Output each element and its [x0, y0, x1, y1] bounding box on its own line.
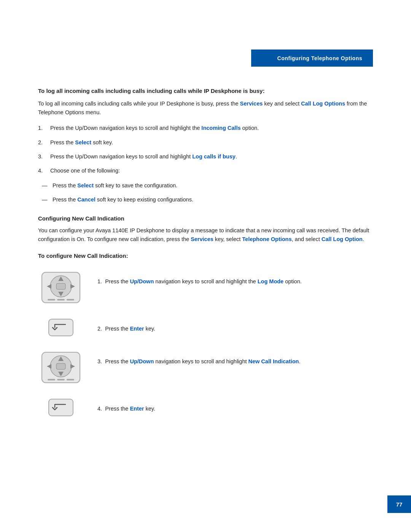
- device-img-3: [38, 350, 84, 385]
- step-4: 4. Choose one of the following:: [38, 166, 373, 175]
- dash-item-2: — Press the Cancel soft key to keep exis…: [42, 195, 373, 204]
- is2-text: Press the Enter key.: [105, 326, 155, 332]
- s2-body-mid: key, select: [213, 236, 242, 242]
- step-2-text: Press the Select soft key.: [50, 138, 373, 147]
- s2-body-link3: Call Log Option: [322, 236, 363, 242]
- svg-rect-8: [57, 299, 65, 300]
- device-img-4: [38, 398, 84, 417]
- step-4-num: 4.: [38, 166, 46, 175]
- svg-rect-20: [67, 379, 74, 380]
- step-3-link: Log calls if busy: [192, 153, 236, 160]
- s2-body-after: .: [363, 236, 364, 242]
- main-content: To log all incoming calls including call…: [38, 88, 373, 417]
- section1-heading-text: To log all incoming calls including call…: [38, 88, 264, 94]
- is1-link2: Log Mode: [258, 278, 284, 284]
- step-1-text: Press the Up/Down navigation keys to scr…: [50, 124, 373, 133]
- s2-body-link2: Telephone Options: [242, 236, 292, 242]
- section2-body: You can configure your Avaya 1140E IP De…: [38, 226, 373, 244]
- is1-num: 1.: [97, 278, 102, 284]
- is3-text: Press the Up/Down navigation keys to scr…: [105, 358, 300, 364]
- dash-item-1: — Press the Select soft key to save the …: [42, 181, 373, 190]
- section2-heading: Configuring New Call Indication: [38, 215, 373, 222]
- page-container: Configuring Telephone Options To log all…: [0, 0, 411, 532]
- img-step-row-1: 1. Press the Up/Down navigation keys to …: [38, 270, 373, 305]
- is3-link1: Up/Down: [130, 358, 154, 364]
- step-1: 1. Press the Up/Down navigation keys to …: [38, 124, 373, 133]
- img-step-text-4: 4. Press the Enter key.: [97, 398, 155, 414]
- img-step-text-3: 3. Press the Up/Down navigation keys to …: [97, 350, 301, 366]
- step-2-num: 2.: [38, 138, 46, 147]
- page-number: 77: [396, 501, 403, 508]
- dash-2-symbol: —: [42, 195, 49, 204]
- svg-rect-2: [56, 283, 65, 289]
- dash-2-text: Press the Cancel soft key to keep existi…: [53, 195, 193, 204]
- img-step-row-2: 2. Press the Enter key.: [38, 318, 373, 337]
- svg-rect-19: [57, 379, 65, 380]
- device-img-2: [38, 318, 84, 337]
- navpad-svg-2: [40, 350, 82, 385]
- step-4-text: Choose one of the following:: [50, 166, 373, 175]
- step-2: 2. Press the Select soft key.: [38, 138, 373, 147]
- device-img-1: [38, 270, 84, 305]
- s2-body-mid2: , and select: [292, 236, 322, 242]
- steps-list: 1. Press the Up/Down navigation keys to …: [38, 124, 373, 175]
- is1-text: Press the Up/Down navigation keys to scr…: [105, 278, 302, 284]
- img-step-row-4: 4. Press the Enter key.: [38, 398, 373, 417]
- step-3-text: Press the Up/Down navigation keys to scr…: [50, 152, 373, 161]
- navpad-svg-1: [40, 270, 82, 305]
- svg-rect-13: [56, 363, 65, 369]
- step-1-link: Incoming Calls: [201, 125, 241, 131]
- step-1-num: 1.: [38, 124, 46, 133]
- intro-text-before1: To log all incoming calls including call…: [38, 101, 240, 107]
- dash-2-link: Cancel: [77, 197, 96, 203]
- intro-text-mid: key and select: [263, 101, 301, 107]
- dash-1-symbol: —: [42, 181, 49, 190]
- enter-svg-2: [47, 398, 75, 417]
- configure-heading: To configure New Call Indication:: [38, 252, 373, 259]
- enter-svg-1: [47, 318, 75, 337]
- img-steps-container: 1. Press the Up/Down navigation keys to …: [38, 270, 373, 417]
- page-number-box: 77: [387, 495, 411, 513]
- step-3: 3. Press the Up/Down navigation keys to …: [38, 152, 373, 161]
- img-step-text-2: 2. Press the Enter key.: [97, 318, 155, 334]
- is4-num: 4.: [97, 406, 102, 412]
- intro-link-calllog: Call Log Options: [301, 101, 345, 107]
- is4-link: Enter: [130, 406, 144, 412]
- step-2-link: Select: [75, 139, 91, 145]
- img-step-text-1: 1. Press the Up/Down navigation keys to …: [97, 270, 302, 286]
- is1-link1: Up/Down: [130, 278, 154, 284]
- intro-link-services: Services: [240, 101, 263, 107]
- dash-1-text: Press the Select soft key to save the co…: [53, 181, 177, 190]
- s2-body-link1: Services: [191, 236, 213, 242]
- dash-1-link: Select: [77, 182, 94, 189]
- img-step-row-3: 3. Press the Up/Down navigation keys to …: [38, 350, 373, 385]
- is2-link: Enter: [130, 326, 144, 332]
- step-3-num: 3.: [38, 152, 46, 161]
- is3-num: 3.: [97, 358, 102, 364]
- header-title: Configuring Telephone Options: [277, 55, 362, 61]
- is4-text: Press the Enter key.: [105, 406, 155, 412]
- svg-rect-18: [48, 379, 55, 380]
- is2-num: 2.: [97, 326, 102, 332]
- is3-link2: New Call Indication: [249, 358, 299, 364]
- svg-rect-9: [67, 299, 74, 300]
- header-bar: Configuring Telephone Options: [251, 50, 373, 67]
- section1-intro: To log all incoming calls including call…: [38, 99, 373, 117]
- section1-heading: To log all incoming calls including call…: [38, 88, 373, 94]
- svg-rect-7: [48, 299, 55, 300]
